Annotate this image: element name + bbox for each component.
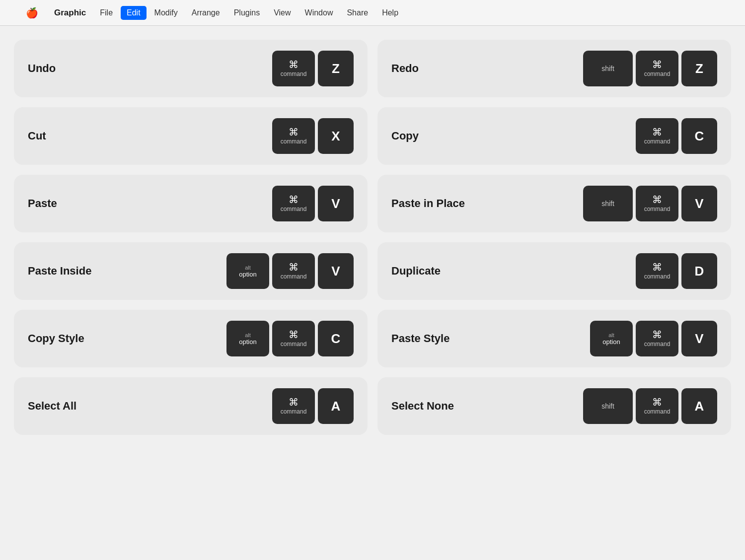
command-key: ⌘ command — [272, 321, 315, 356]
select-all-keys: ⌘ command A — [272, 388, 354, 424]
shift-key: shift — [583, 388, 633, 424]
a-key: A — [318, 388, 354, 424]
shortcut-copy-label: Copy — [391, 130, 461, 142]
shift-key: shift — [583, 51, 633, 86]
shortcut-paste-in-place-label: Paste in Place — [391, 197, 465, 210]
command-key: ⌘ command — [636, 253, 678, 289]
menu-graphic[interactable]: Graphic — [48, 5, 92, 20]
shortcut-select-none-label: Select None — [391, 400, 461, 413]
menu-modify[interactable]: Modify — [149, 6, 184, 20]
c-key: C — [318, 321, 354, 356]
a-key: A — [681, 388, 717, 424]
shortcut-copy-style-label: Copy Style — [28, 332, 97, 345]
option-key: alt option — [590, 321, 633, 356]
command-key: ⌘ command — [272, 51, 315, 86]
menubar: 🍎 Graphic File Edit Modify Arrange Plugi… — [0, 0, 745, 26]
option-key: alt option — [226, 253, 269, 289]
z-key: Z — [681, 51, 717, 86]
paste-inside-keys: alt option ⌘ command V — [226, 253, 354, 289]
undo-keys: ⌘ command Z — [272, 51, 354, 86]
shortcut-redo: Redo shift ⌘ command Z — [377, 40, 731, 97]
command-key: ⌘ command — [636, 186, 678, 221]
command-key: ⌘ command — [272, 388, 315, 424]
paste-style-keys: alt option ⌘ command V — [590, 321, 717, 356]
v-key: V — [318, 253, 354, 289]
menu-arrange[interactable]: Arrange — [186, 6, 226, 20]
menu-share[interactable]: Share — [341, 6, 374, 20]
shortcut-paste-style-label: Paste Style — [391, 332, 461, 345]
select-none-keys: shift ⌘ command A — [583, 388, 717, 424]
command-key: ⌘ command — [636, 118, 678, 154]
shortcut-paste-inside-label: Paste Inside — [28, 265, 97, 278]
shortcut-cut: Cut ⌘ command X — [14, 107, 368, 165]
menu-view[interactable]: View — [268, 6, 297, 20]
v-key: V — [681, 321, 717, 356]
command-key: ⌘ command — [636, 388, 678, 424]
paste-in-place-keys: shift ⌘ command V — [583, 186, 717, 221]
c-key: C — [681, 118, 717, 154]
z-key: Z — [318, 51, 354, 86]
command-key: ⌘ command — [272, 253, 315, 289]
d-key: D — [681, 253, 717, 289]
shortcut-select-all: Select All ⌘ command A — [14, 377, 368, 435]
command-key: ⌘ command — [272, 186, 315, 221]
option-key: alt option — [226, 321, 269, 356]
v-key: V — [318, 186, 354, 221]
x-key: X — [318, 118, 354, 154]
shortcut-redo-label: Redo — [391, 62, 461, 75]
shortcut-copy-style: Copy Style alt option ⌘ command C — [14, 310, 368, 367]
shortcut-undo: Undo ⌘ command Z — [14, 40, 368, 97]
apple-menu[interactable]: 🍎 — [20, 4, 44, 21]
menu-plugins[interactable]: Plugins — [228, 6, 266, 20]
command-key: ⌘ command — [272, 118, 315, 154]
menu-help[interactable]: Help — [376, 6, 404, 20]
shortcut-paste: Paste ⌘ command V — [14, 175, 368, 232]
copy-keys: ⌘ command C — [636, 118, 717, 154]
shortcut-select-all-label: Select All — [28, 400, 97, 413]
paste-keys: ⌘ command V — [272, 186, 354, 221]
shortcut-paste-label: Paste — [28, 197, 97, 210]
v-key: V — [681, 186, 717, 221]
shortcut-select-none: Select None shift ⌘ command A — [377, 377, 731, 435]
menu-file[interactable]: File — [94, 6, 119, 20]
menu-edit[interactable]: Edit — [121, 6, 147, 20]
cut-keys: ⌘ command X — [272, 118, 354, 154]
menu-window[interactable]: Window — [299, 6, 339, 20]
duplicate-keys: ⌘ command D — [636, 253, 717, 289]
command-key: ⌘ command — [636, 51, 678, 86]
shortcut-copy: Copy ⌘ command C — [377, 107, 731, 165]
shortcut-paste-in-place: Paste in Place shift ⌘ command V — [377, 175, 731, 232]
shortcut-duplicate: Duplicate ⌘ command D — [377, 242, 731, 300]
shortcut-duplicate-label: Duplicate — [391, 265, 461, 278]
shortcut-undo-label: Undo — [28, 62, 97, 75]
shortcut-paste-style: Paste Style alt option ⌘ command V — [377, 310, 731, 367]
shortcuts-grid: Undo ⌘ command Z Redo shift ⌘ command Z … — [0, 26, 745, 449]
shortcut-cut-label: Cut — [28, 130, 97, 142]
shift-key: shift — [583, 186, 633, 221]
redo-keys: shift ⌘ command Z — [583, 51, 717, 86]
command-key: ⌘ command — [636, 321, 678, 356]
copy-style-keys: alt option ⌘ command C — [226, 321, 354, 356]
shortcut-paste-inside: Paste Inside alt option ⌘ command V — [14, 242, 368, 300]
